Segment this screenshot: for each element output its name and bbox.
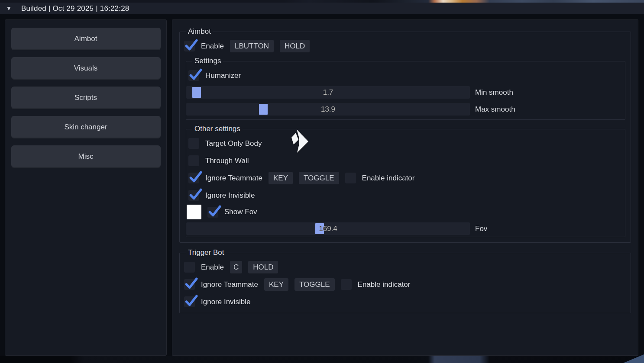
fov-slider[interactable]: 169.4 — [186, 222, 470, 235]
trigger-keymode-button[interactable]: HOLD — [248, 261, 278, 273]
trigger-ignore-teammate-row: Ignore Teammate KEY TOGGLE Enable indica… — [184, 278, 625, 291]
trigger-ignore-teammate-checkbox[interactable] — [184, 279, 195, 290]
aimbot-keybind-button[interactable]: LBUTTON — [230, 40, 274, 52]
other-settings-section-title: Other settings — [192, 124, 243, 134]
min-smooth-label: Min smooth — [475, 88, 513, 97]
aimbot-ignore-teammate-key-button[interactable]: KEY — [269, 172, 293, 184]
trigger-ignore-invisible-label: Ignore Invisible — [201, 298, 250, 306]
aimbot-section-title: Aimbot — [186, 27, 213, 36]
show-fov-checkbox[interactable] — [207, 207, 218, 218]
through-wall-label: Through Wall — [205, 157, 249, 165]
sidebar-item-skin-changer[interactable]: Skin changer — [11, 116, 161, 138]
check-icon — [184, 277, 197, 290]
aimbot-enable-indicator-label: Enable indicator — [362, 174, 415, 183]
settings-section: Settings Humanizer 1.7 Min smooth 13.9 — [186, 61, 625, 120]
max-smooth-slider[interactable]: 13.9 — [186, 103, 470, 116]
aimbot-ignore-invisible-label: Ignore Invisible — [205, 191, 255, 200]
trigger-keybind-button[interactable]: C — [230, 261, 242, 273]
collapse-triangle-icon[interactable]: ▼ — [6, 5, 12, 12]
game-background-bottom — [0, 356, 644, 363]
aimbot-enable-indicator-checkbox[interactable] — [345, 173, 356, 183]
trigger-enable-indicator-label: Enable indicator — [358, 280, 411, 289]
aimbot-ignore-invisible-row: Ignore Invisible — [188, 190, 621, 201]
min-smooth-slider[interactable]: 1.7 — [186, 86, 470, 99]
sidebar: Aimbot Visuals Scripts Skin changer Misc — [5, 19, 167, 356]
max-smooth-row: 13.9 Max smooth — [186, 103, 621, 116]
trigger-ignore-teammate-label: Ignore Teammate — [201, 280, 258, 289]
trigger-ignore-invisible-checkbox[interactable] — [184, 296, 195, 307]
check-icon — [189, 170, 202, 183]
window-title: Builded | Oct 29 2025 | 16:22:28 — [21, 4, 129, 13]
main-panel: Aimbot Enable LBUTTON HOLD Settings Huma… — [172, 19, 638, 356]
trigger-enable-indicator-checkbox[interactable] — [341, 279, 352, 290]
fov-row: 169.4 Fov — [186, 222, 621, 235]
settings-section-title: Settings — [192, 56, 223, 66]
aimbot-enable-checkbox[interactable] — [184, 41, 195, 51]
target-only-body-label: Target Only Body — [205, 139, 262, 148]
trigger-enable-row: Enable C HOLD — [184, 261, 625, 273]
min-smooth-row: 1.7 Min smooth — [186, 86, 621, 99]
aimbot-keymode-button[interactable]: HOLD — [280, 40, 310, 52]
other-settings-section: Other settings Target Only Body Through … — [186, 129, 625, 237]
sidebar-item-scripts[interactable]: Scripts — [11, 87, 161, 109]
aimbot-ignore-teammate-label: Ignore Teammate — [205, 174, 262, 183]
fov-value: 169.4 — [186, 222, 470, 235]
min-smooth-value: 1.7 — [186, 86, 470, 99]
sidebar-item-misc[interactable]: Misc — [11, 145, 161, 168]
max-smooth-value: 13.9 — [186, 103, 470, 116]
aimbot-section: Aimbot Enable LBUTTON HOLD Settings Huma… — [179, 32, 631, 243]
check-icon — [208, 205, 221, 218]
through-wall-row: Through Wall — [188, 155, 621, 167]
check-icon — [184, 39, 197, 51]
humanizer-label: Humanizer — [205, 71, 241, 80]
trigger-enable-checkbox[interactable] — [184, 262, 195, 273]
humanizer-row: Humanizer — [188, 70, 621, 81]
sidebar-item-aimbot[interactable]: Aimbot — [11, 28, 161, 50]
aimbot-ignore-teammate-mode-button[interactable]: TOGGLE — [299, 172, 339, 184]
aimbot-ignore-teammate-row: Ignore Teammate KEY TOGGLE Enable indica… — [188, 172, 621, 184]
trigger-bot-section: Trigger Bot Enable C HOLD Ignore Teammat… — [179, 253, 631, 313]
trigger-enable-label: Enable — [201, 263, 224, 272]
trigger-ignore-teammate-mode-button[interactable]: TOGGLE — [294, 278, 335, 291]
aimbot-enable-row: Enable LBUTTON HOLD — [184, 40, 625, 52]
max-smooth-label: Max smooth — [475, 105, 515, 114]
trigger-bot-section-title: Trigger Bot — [186, 248, 226, 257]
check-icon — [189, 68, 202, 81]
show-fov-row: Show Fov — [187, 205, 621, 219]
fov-color-swatch[interactable] — [187, 205, 201, 219]
check-icon — [189, 188, 202, 201]
aimbot-enable-label: Enable — [201, 42, 224, 51]
humanizer-checkbox[interactable] — [188, 70, 199, 81]
sidebar-item-visuals[interactable]: Visuals — [11, 57, 161, 80]
through-wall-checkbox[interactable] — [188, 155, 199, 166]
game-background-corner — [623, 354, 644, 363]
target-only-body-checkbox[interactable] — [188, 138, 199, 149]
aimbot-ignore-teammate-checkbox[interactable] — [188, 173, 199, 183]
trigger-ignore-invisible-row: Ignore Invisible — [184, 296, 625, 308]
trigger-ignore-teammate-key-button[interactable]: KEY — [264, 278, 288, 291]
target-only-body-row: Target Only Body — [188, 138, 621, 149]
titlebar: ▼ Builded | Oct 29 2025 | 16:22:28 — [0, 3, 644, 14]
fov-label: Fov — [475, 225, 487, 233]
aimbot-ignore-invisible-checkbox[interactable] — [188, 190, 199, 201]
check-icon — [184, 294, 197, 307]
show-fov-label: Show Fov — [224, 208, 257, 216]
